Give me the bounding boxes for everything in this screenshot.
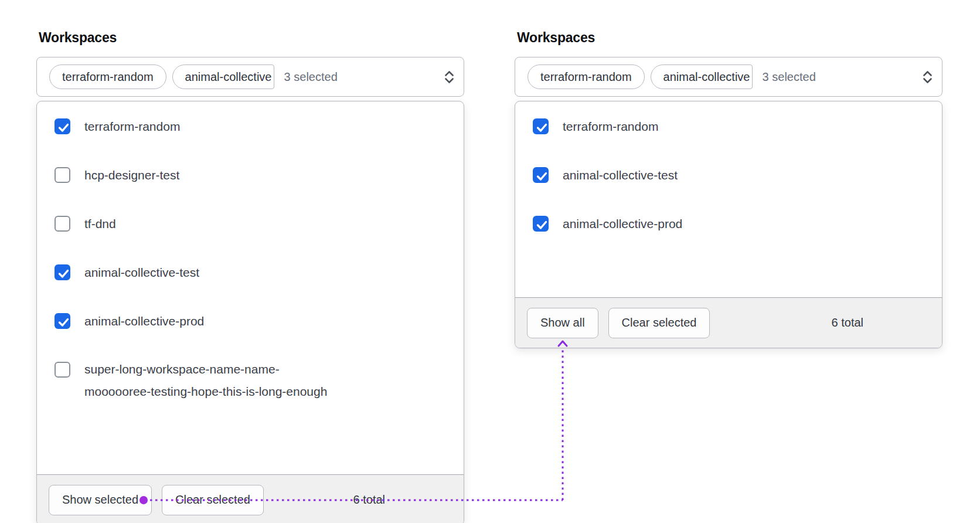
- page-title: Workspaces: [517, 29, 942, 46]
- workspace-option-row[interactable]: super-long-workspace-name-name- mooooore…: [55, 362, 447, 403]
- multiselect-trigger[interactable]: terraform-random animal-collective 3 sel…: [36, 57, 464, 97]
- checkbox[interactable]: [55, 167, 70, 183]
- workspace-option-label: animal-collective-prod: [563, 216, 682, 232]
- checkbox[interactable]: [533, 216, 549, 232]
- workspace-option-row[interactable]: animal-collective-prod: [533, 216, 925, 232]
- workspace-option-row[interactable]: animal-collective-prod: [55, 313, 447, 329]
- multiselect-trigger[interactable]: terraform-random animal-collective 3 sel…: [515, 57, 942, 97]
- clear-selected-button[interactable]: Clear selected: [162, 485, 264, 515]
- selected-tag: terraform-random: [49, 64, 166, 89]
- listbox-footer: Show selected Clear selected 6 total: [37, 474, 464, 523]
- workspace-option-row[interactable]: terraform-random: [55, 118, 447, 134]
- workspace-option-label: animal-collective-test: [563, 167, 678, 183]
- checkbox[interactable]: [533, 167, 549, 183]
- checkbox[interactable]: [55, 118, 70, 134]
- workspace-option-row[interactable]: hcp-designer-test: [55, 167, 447, 183]
- workspace-option-label: animal-collective-test: [84, 264, 199, 280]
- clear-selected-button[interactable]: Clear selected: [608, 308, 710, 338]
- selected-tag-clipped: animal-collective: [172, 64, 274, 89]
- selected-count-label: 3 selected: [284, 70, 338, 84]
- workspace-option-label: hcp-designer-test: [84, 167, 179, 183]
- workspace-option-label: terraform-random: [563, 118, 658, 134]
- show-all-button[interactable]: Show all: [527, 308, 598, 338]
- listbox-footer: Show all Clear selected 6 total: [515, 297, 942, 348]
- workspace-listbox: terraform-random animal-collective-test …: [515, 101, 942, 348]
- workspace-option-label: terraform-random: [84, 118, 180, 134]
- workspace-option-label: super-long-workspace-name-name- mooooore…: [84, 358, 327, 403]
- chevron-up-down-icon: [443, 69, 455, 85]
- total-count-label: 6 total: [832, 316, 863, 330]
- chevron-up-down-icon: [921, 69, 934, 85]
- workspace-option-label: tf-dnd: [84, 216, 116, 232]
- show-selected-button[interactable]: Show selected: [49, 485, 152, 515]
- workspaces-multiselect-right: Workspaces terraform-random animal-colle…: [515, 29, 942, 348]
- workspace-option-row[interactable]: animal-collective-test: [533, 167, 925, 183]
- selected-tag: terraform-random: [528, 64, 645, 89]
- workspace-listbox: terraform-random hcp-designer-test tf-dn…: [36, 101, 464, 523]
- checkbox[interactable]: [55, 362, 70, 378]
- selected-tag-clipped: animal-collective: [651, 64, 753, 89]
- checkbox[interactable]: [533, 118, 549, 134]
- workspaces-multiselect-left: Workspaces terraform-random animal-colle…: [36, 29, 464, 523]
- workspace-option-row[interactable]: terraform-random: [533, 118, 925, 134]
- page-title: Workspaces: [39, 29, 464, 46]
- workspace-option-row[interactable]: animal-collective-test: [55, 264, 447, 280]
- checkbox[interactable]: [55, 264, 70, 280]
- total-count-label: 6 total: [353, 493, 385, 507]
- workspace-option-row[interactable]: tf-dnd: [55, 216, 447, 232]
- checkbox[interactable]: [55, 216, 70, 232]
- selected-count-label: 3 selected: [763, 70, 816, 84]
- workspace-option-label: animal-collective-prod: [84, 313, 204, 329]
- checkbox[interactable]: [55, 313, 70, 329]
